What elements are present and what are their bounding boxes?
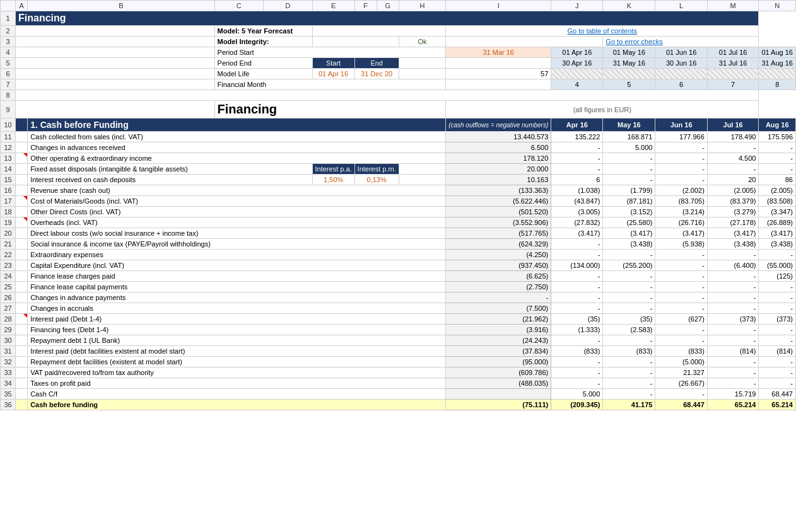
row-10-num: 10 <box>1 119 16 132</box>
blank-3efg <box>312 37 399 47</box>
col-j-date4: 01 Apr 16 <box>551 47 603 58</box>
interest-pa-value: 1,50% <box>312 175 354 185</box>
row-4-num: 4 <box>1 47 16 58</box>
blank-10a <box>16 119 28 132</box>
blank-5i <box>446 58 551 69</box>
col-header-N: N <box>759 1 796 11</box>
table-row: 32 Repayment debt facilities (existent a… <box>1 357 796 367</box>
col-l-date4: 01 Jun 16 <box>655 47 707 58</box>
col-k-date5: 31 May 16 <box>603 58 655 69</box>
row-1-num: 1 <box>1 11 16 26</box>
col-n-date4: 01 Aug 16 <box>759 47 796 58</box>
model-life-value: 57 <box>446 69 551 79</box>
table-row: 27 Changes in accruals (7.500) - - - - - <box>1 303 796 314</box>
table-row: 13 Other operating & extraordinary incom… <box>1 153 796 164</box>
hatch-6l <box>655 69 707 79</box>
table-row: 31 Interest paid (debt facilities existe… <box>1 346 796 357</box>
col-m-date4: 01 Jul 16 <box>707 47 759 58</box>
table-row: 26 Changes in advance payments - - - - -… <box>1 292 796 303</box>
table-row: 34 Taxes on profit paid (488.035) - - (2… <box>1 378 796 389</box>
col-l-date5: 30 Jun 16 <box>655 58 707 69</box>
corner-cell <box>1 1 16 11</box>
row-2-num: 2 <box>1 26 16 37</box>
model-label: Model: 5 Year Forecast <box>214 26 312 37</box>
col-header-J: J <box>551 1 603 11</box>
fin-month-l: 6 <box>655 79 707 90</box>
col-n-date5: 31 Aug 16 <box>759 58 796 69</box>
table-row: 25 Finance lease capital payments (2.750… <box>1 282 796 292</box>
hatch-6j <box>551 69 603 79</box>
period-end-label: Period End <box>214 58 312 69</box>
table-row: 12 Changes in advances received 6.500 - … <box>1 142 796 153</box>
month-m: Jul 16 <box>707 119 759 132</box>
fin-month-j: 4 <box>551 79 603 90</box>
fin-month-k: 5 <box>603 79 655 90</box>
blank-5h <box>399 58 445 69</box>
start-label: Start <box>312 58 354 69</box>
cbf-note: (cash outflows = negative numbers) <box>446 119 551 132</box>
col-header-F: F <box>354 1 377 11</box>
blank-3jk <box>446 37 603 47</box>
table-row: 24 Finance lease charges paid (6.625) - … <box>1 271 796 282</box>
cbf-title: 1. Cash before Funding <box>28 119 446 132</box>
blank-7ab <box>16 79 215 90</box>
table-row: 19 Overheads (incl. VAT) (3.552.906) (27… <box>1 217 796 228</box>
blank-2ab <box>16 26 215 37</box>
col-header-M: M <box>707 1 759 11</box>
table-row: 11 Cash collected from sales (incl. VAT)… <box>1 132 796 142</box>
goto-toc-link[interactable]: Go to table of contents <box>446 26 759 37</box>
blank-5ab <box>16 58 215 69</box>
col-header-I: I <box>446 1 551 11</box>
blank-3ab <box>16 37 215 47</box>
blank-6h <box>399 69 445 79</box>
col-m-date5: 31 Jul 16 <box>707 58 759 69</box>
start-date-value: 01 Apr 16 <box>312 69 354 79</box>
hatch-6m <box>707 69 759 79</box>
interest-pa-header: Interest p.a. <box>312 164 354 175</box>
table-row: 23 Capital Expenditure (incl. VAT) (937.… <box>1 260 796 271</box>
ok-button[interactable]: Ok <box>399 37 445 47</box>
table-row: 28 Interest paid (Debt 1-4) (21.962) (35… <box>1 314 796 325</box>
hatch-6k <box>603 69 655 79</box>
month-l: Jun 16 <box>655 119 707 132</box>
model-life-label: Model Life <box>214 69 312 79</box>
col-header-B: B <box>28 1 214 11</box>
col-header-A: A <box>16 1 28 11</box>
col-j-date5: 30 Apr 16 <box>551 58 603 69</box>
table-row: 15 Interest received on cash deposits 1,… <box>1 175 796 185</box>
blank-8 <box>16 90 759 101</box>
interest-pm-header: Interest p.m. <box>354 164 399 175</box>
table-row: 20 Direct labour costs (w/o social insur… <box>1 228 796 239</box>
col-header-G: G <box>377 1 399 11</box>
month-n: Aug 16 <box>759 119 796 132</box>
blank-2efgh <box>312 26 446 37</box>
month-k: May 16 <box>603 119 655 132</box>
table-row: 17 Cost of Materials/Goods (incl. VAT) (… <box>1 196 796 207</box>
table-row-total: 36 Cash before funding (75.111) (209.345… <box>1 400 796 410</box>
fin-month-n: 8 <box>759 79 796 90</box>
col-k-date4: 01 May 16 <box>603 47 655 58</box>
fin-month-m: 7 <box>707 79 759 90</box>
end-label: End <box>354 58 399 69</box>
table-row: 29 Financing fees (Debt 1-4) (3.916) (1.… <box>1 325 796 335</box>
row-7-num: 7 <box>1 79 16 90</box>
col-header-K: K <box>603 1 655 11</box>
model-integrity-label: Model Integrity: <box>214 37 312 47</box>
blank-4ab <box>16 47 215 58</box>
table-row: 18 Other Direct Costs (incl. VAT) (501.5… <box>1 207 796 217</box>
table-row: 33 VAT paid/recovered to/from tax author… <box>1 367 796 378</box>
table-row: 14 Fixed asset disposals (intangible & t… <box>1 164 796 175</box>
table-row: 22 Extraordinary expenses (4.250) - - - … <box>1 250 796 260</box>
goto-error-link[interactable]: Go to error checks <box>603 37 759 47</box>
table-row: 16 Revenue share (cash out) (133.363) (1… <box>1 185 796 196</box>
main-title: Financing <box>16 11 759 26</box>
hatch-6n <box>759 69 796 79</box>
blank-9ab <box>16 101 215 119</box>
fin-month-label: Financial Month <box>214 79 446 90</box>
month-j: Apr 16 <box>551 119 603 132</box>
row-6-num: 6 <box>1 69 16 79</box>
row-8-num: 8 <box>1 90 16 101</box>
end-date-value: 31 Dec 20 <box>354 69 399 79</box>
table-row: 30 Repayment debt 1 (UL Bank) (24.243) -… <box>1 335 796 346</box>
blank-7i <box>446 79 551 90</box>
